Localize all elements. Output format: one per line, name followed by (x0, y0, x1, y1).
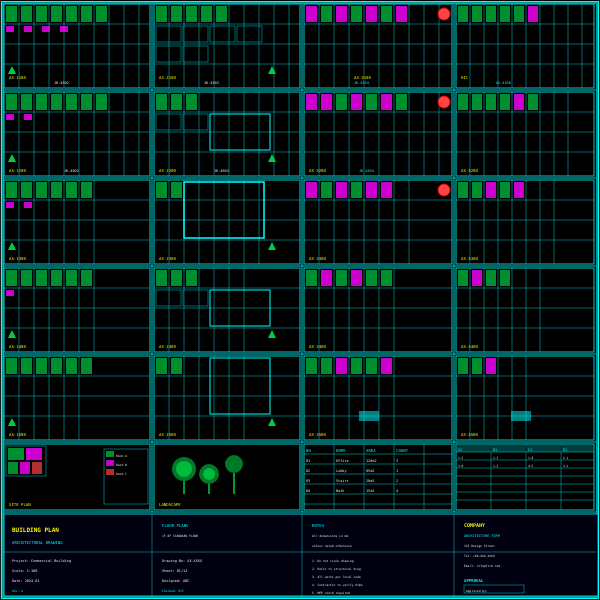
svg-rect-381 (306, 358, 317, 374)
svg-text:D1: D1 (563, 448, 567, 452)
svg-rect-407 (8, 462, 18, 474)
svg-rect-281 (21, 270, 32, 286)
svg-text:2.3: 2.3 (493, 456, 499, 460)
svg-text:AX-2500: AX-2500 (159, 432, 176, 437)
svg-rect-384 (351, 358, 362, 374)
svg-text:AX-2200: AX-2200 (159, 168, 176, 173)
svg-rect-409 (32, 462, 42, 474)
svg-rect-401 (511, 411, 531, 421)
svg-rect-212 (66, 182, 77, 198)
svg-text:Scale: 1:100: Scale: 1:100 (12, 569, 37, 573)
svg-text:AX-1200: AX-1200 (9, 168, 26, 173)
svg-text:AX-2100: AX-2100 (159, 75, 176, 80)
svg-text:Lobby: Lobby (336, 469, 347, 473)
svg-text:JK-4603: JK-4603 (214, 169, 229, 173)
svg-rect-334 (458, 270, 468, 286)
cad-drawing: AX-1100 JK-4502 (2, 2, 598, 598)
svg-rect-408 (20, 462, 30, 474)
svg-text:AX-4100: AX-4100 (496, 81, 511, 85)
svg-text:4.5: 4.5 (528, 464, 534, 468)
svg-rect-25 (21, 6, 32, 22)
canvas: AX-1100 JK-4502 (0, 1, 600, 600)
svg-rect-26 (36, 6, 47, 22)
svg-rect-383 (336, 358, 347, 374)
svg-rect-231 (171, 182, 182, 198)
svg-rect-123 (21, 94, 32, 110)
svg-text:JK-4602: JK-4602 (64, 169, 79, 173)
svg-rect-413 (106, 460, 114, 466)
svg-rect-34 (60, 26, 68, 32)
svg-text:15m2: 15m2 (366, 489, 374, 493)
svg-rect-367 (171, 358, 182, 374)
svg-text:AX-3500: AX-3500 (309, 432, 326, 437)
svg-rect-265 (472, 182, 482, 198)
svg-rect-336 (486, 270, 496, 286)
svg-text:3: 3 (396, 459, 398, 463)
svg-text:JK-4502: JK-4502 (54, 81, 69, 85)
svg-rect-124 (36, 94, 47, 110)
svg-text:NO: NO (306, 448, 311, 453)
svg-rect-247 (336, 182, 347, 198)
svg-rect-283 (51, 270, 62, 286)
svg-text:02: 02 (306, 469, 310, 473)
svg-text:COUNT: COUNT (396, 448, 409, 453)
svg-text:4: 4 (396, 489, 398, 493)
svg-rect-411 (106, 451, 114, 457)
svg-rect-106 (528, 6, 538, 22)
svg-text:2: 2 (396, 479, 398, 483)
svg-rect-149 (186, 94, 197, 110)
svg-rect-33 (42, 26, 50, 32)
svg-text:BUILDING PLAN: BUILDING PLAN (12, 526, 59, 533)
svg-rect-194 (500, 94, 510, 110)
svg-text:4. Contractor to verify dims: 4. Contractor to verify dims (312, 583, 363, 587)
svg-text:Drawing No: AX-XXXX: Drawing No: AX-XXXX (162, 559, 203, 563)
svg-rect-267 (500, 182, 510, 198)
svg-rect-215 (24, 202, 32, 208)
svg-text:SITE PLAN: SITE PLAN (9, 502, 31, 507)
svg-rect-169 (306, 94, 317, 110)
svg-text:B1: B1 (493, 448, 497, 452)
svg-rect-129 (6, 114, 14, 120)
svg-text:2.1: 2.1 (563, 456, 569, 460)
svg-rect-193 (486, 94, 496, 110)
svg-rect-128 (96, 94, 107, 110)
svg-text:AX-2400: AX-2400 (159, 344, 176, 349)
drawing-area: AX-1100 JK-4502 (1, 1, 599, 599)
svg-text:5. MEP coord required: 5. MEP coord required (312, 591, 350, 595)
svg-rect-398 (458, 358, 468, 374)
svg-text:20m2: 20m2 (366, 479, 374, 483)
svg-rect-399 (472, 358, 482, 374)
svg-text:JK-4503: JK-4503 (204, 81, 219, 85)
svg-text:unless noted otherwise: unless noted otherwise (312, 544, 352, 548)
svg-rect-386 (381, 358, 392, 374)
svg-text:Sheet: 01/12: Sheet: 01/12 (162, 569, 187, 573)
svg-text:01: 01 (306, 459, 310, 463)
svg-rect-385 (366, 358, 377, 374)
svg-text:APPROVAL: APPROVAL (464, 578, 484, 583)
svg-text:Tel: +86-XXX-XXXX: Tel: +86-XXX-XXXX (464, 554, 495, 558)
svg-text:Room A: Room A (116, 454, 127, 458)
svg-text:Stairs: Stairs (336, 479, 349, 483)
svg-text:AREA: AREA (366, 448, 376, 453)
svg-text:ARCHITECTURAL DRAWING: ARCHITECTURAL DRAWING (12, 540, 63, 545)
svg-rect-382 (321, 358, 332, 374)
svg-rect-102 (472, 6, 482, 22)
svg-text:1.2: 1.2 (493, 464, 499, 468)
svg-rect-337 (500, 270, 510, 286)
svg-text:120m2: 120m2 (366, 459, 377, 463)
svg-point-420 (176, 461, 192, 477)
svg-text:04: 04 (306, 489, 310, 493)
svg-rect-266 (486, 182, 496, 198)
svg-rect-130 (24, 114, 32, 120)
svg-rect-321 (366, 270, 377, 286)
svg-rect-105 (514, 6, 524, 22)
svg-rect-24 (6, 6, 17, 22)
svg-text:AX-1300: AX-1300 (9, 256, 26, 261)
svg-rect-301 (186, 270, 197, 286)
svg-text:Rev: A: Rev: A (12, 589, 23, 593)
svg-rect-31 (6, 26, 14, 32)
svg-rect-147 (156, 94, 167, 110)
svg-rect-53 (186, 6, 197, 22)
svg-rect-230 (156, 182, 167, 198)
svg-text:3. All works per local code: 3. All works per local code (312, 575, 361, 579)
